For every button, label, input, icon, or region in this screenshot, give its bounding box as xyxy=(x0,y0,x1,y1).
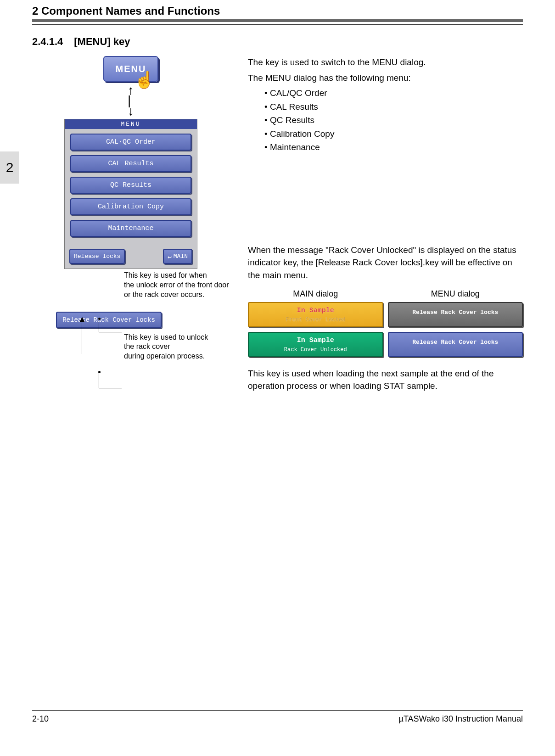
caption-release-locks: This key is used for when the unlock err… xyxy=(124,271,230,299)
release-rack-cover-locks-enabled[interactable]: Release Rack Cover locks xyxy=(388,332,523,357)
after-note-paragraph: This key is used when loading the next s… xyxy=(248,367,523,392)
menu-item-qc-results[interactable]: QC Results xyxy=(70,177,191,194)
dialog-column-labels: MAIN dialog MENU dialog xyxy=(248,288,523,300)
status-subtitle: Front Cover Locked xyxy=(251,316,381,324)
label-menu-dialog: MENU dialog xyxy=(388,288,523,300)
list-item: QC Results xyxy=(264,114,523,127)
menu-item-cal-qc-order[interactable]: CAL·QC Order xyxy=(70,134,191,151)
rack-paragraph: When the message "Rack Cover Unlocked" i… xyxy=(248,244,523,282)
menu-item-maintenance[interactable]: Maintenance xyxy=(70,220,191,237)
status-in-sample-front-locked[interactable]: In Sample Front Cover Locked xyxy=(248,302,383,327)
page-footer: 2-10 µTASWako i30 Instruction Manual xyxy=(32,710,523,724)
page-number: 2-10 xyxy=(32,714,49,724)
release-rack-cover-locks-disabled: Release Rack Cover locks xyxy=(388,302,523,327)
intro-paragraph-1: The key is used to switch to the MENU di… xyxy=(248,56,523,69)
list-item: Maintenance xyxy=(264,141,523,154)
return-icon: ↵ xyxy=(168,252,171,260)
callout-line xyxy=(99,319,122,332)
arrow-link-icon: ▲ xyxy=(78,317,86,354)
label-main-dialog: MAIN dialog xyxy=(248,288,383,300)
status-title: In Sample xyxy=(251,306,381,316)
list-item: Calibration Copy xyxy=(264,128,523,140)
menu-dialog-panel: MENU CAL·QC Order CAL Results QC Results… xyxy=(64,119,197,269)
release-locks-button[interactable]: Release locks xyxy=(69,249,125,264)
rule-thin xyxy=(32,24,523,25)
menu-dialog-title: MENU xyxy=(65,119,197,129)
release-locks-label: Release locks xyxy=(74,253,120,260)
side-tab: 2 xyxy=(0,151,19,184)
status-title: Release Rack Cover locks xyxy=(391,336,521,350)
section-title: [MENU] key xyxy=(74,36,130,48)
status-title: Release Rack Cover locks xyxy=(391,306,521,320)
menu-bullet-list: CAL/QC Order CAL Results QC Results Cali… xyxy=(264,87,523,154)
menu-item-cal-results[interactable]: CAL Results xyxy=(70,155,191,172)
status-subtitle: Rack Cover Unlocked xyxy=(251,346,381,354)
intro-paragraph-2: The MENU dialog has the following menu: xyxy=(248,72,523,84)
main-return-button[interactable]: ↵ MAIN xyxy=(163,249,192,264)
status-title: In Sample xyxy=(251,336,381,346)
callout-line xyxy=(99,372,122,388)
rule-thick xyxy=(32,19,523,22)
pointing-hand-icon: ☝ xyxy=(134,72,155,88)
left-column: MENU ☝ ↑|↓ MENU CAL·QC Order CAL Results… xyxy=(32,56,230,395)
chapter-title: 2 Component Names and Functions xyxy=(32,0,523,19)
right-column: The key is used to switch to the MENU di… xyxy=(248,56,523,395)
caption-release-rack: This key is used to unlock the rack cove… xyxy=(124,333,230,361)
section-heading: 2.4.1.4 [MENU] key xyxy=(32,36,523,48)
list-item: CAL Results xyxy=(264,101,523,113)
list-item: CAL/QC Order xyxy=(264,87,523,100)
main-return-label: MAIN xyxy=(174,253,188,260)
status-in-sample-rack-unlocked[interactable]: In Sample Rack Cover Unlocked xyxy=(248,332,383,357)
footer-rule xyxy=(32,710,523,711)
section-number: 2.4.1.4 xyxy=(32,36,63,48)
menu-item-calibration-copy[interactable]: Calibration Copy xyxy=(70,198,191,215)
arrow-down-icon: ↑|↓ xyxy=(32,85,230,116)
manual-title: µTASWako i30 Instruction Manual xyxy=(399,714,523,724)
